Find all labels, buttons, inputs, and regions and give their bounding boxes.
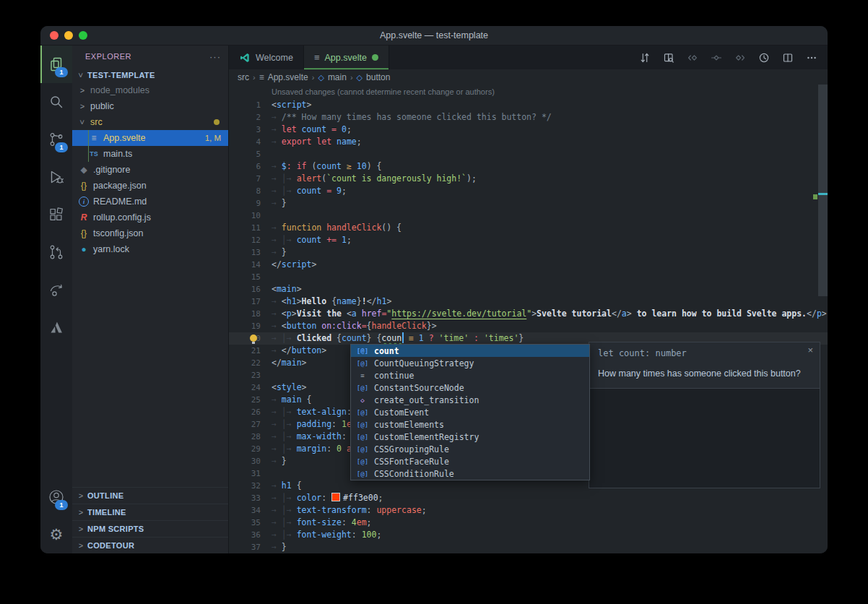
line-number: 21 <box>229 345 261 357</box>
code-line-35[interactable]: 35→ │→ font-size: 4em; <box>229 517 828 529</box>
suggest-item-CustomEvent[interactable]: [@]CustomEvent <box>351 406 589 418</box>
file-row-.gitignore[interactable]: ◆.gitignore <box>72 162 228 178</box>
panel-npm-scripts[interactable]: >NPM SCRIPTS <box>72 521 228 538</box>
suggest-item-CSSGroupingRule[interactable]: [@]CSSGroupingRule <box>351 443 589 455</box>
vscode-logo-icon <box>239 52 251 64</box>
chevron-right-icon: > <box>77 491 85 500</box>
code-line-8[interactable]: 8→ │→ count = 9; <box>229 185 828 197</box>
code-line-18[interactable]: 18→ <p>Visit the <a href="https://svelte… <box>229 308 828 320</box>
editor-scrollbar[interactable] <box>818 85 828 296</box>
code-line-37[interactable]: 37→ } <box>229 541 828 553</box>
gitlens-graph-icon[interactable] <box>639 52 651 64</box>
tab-welcome[interactable]: Welcome <box>229 46 304 69</box>
badge: 1 <box>55 67 68 77</box>
more-actions-icon[interactable] <box>806 52 817 64</box>
line-number: 17 <box>229 295 261 308</box>
activity-extensions[interactable] <box>40 196 72 233</box>
file-row-main.ts[interactable]: TSmain.ts <box>72 146 228 162</box>
folder-row-node_modules[interactable]: >node_modules <box>72 82 228 98</box>
code-line-1[interactable]: 1<script> <box>229 99 828 111</box>
activity-github-pr[interactable] <box>40 233 72 271</box>
activity-account[interactable]: 1 <box>40 478 72 516</box>
folder-row-public[interactable]: >public <box>72 98 228 114</box>
line-number: 29 <box>229 443 261 455</box>
line-number: 36 <box>229 529 261 541</box>
code-line-36[interactable]: 36→ │→ font-weight: 100; <box>229 529 828 541</box>
split-editor-icon[interactable] <box>782 52 794 64</box>
unsaved-dot-icon[interactable] <box>372 54 378 61</box>
tab-label: Welcome <box>256 53 293 63</box>
code-line-11[interactable]: 11→ function handleClick() { <box>229 222 828 234</box>
run-debug-icon <box>48 168 65 186</box>
workspace-root-row[interactable]: > TEST-TEMPLATE <box>72 67 228 82</box>
file-row-README.md[interactable]: iREADME.md <box>72 194 228 210</box>
suggest-item-customElements[interactable]: [@]customElements <box>351 418 589 431</box>
file-row-yarn.lock[interactable]: ●yarn.lock <box>72 241 228 257</box>
breadcrumb-src[interactable]: src <box>238 72 249 82</box>
breadcrumb-button[interactable]: button <box>366 72 390 82</box>
suggest-item-count[interactable]: [@]count <box>351 345 589 357</box>
keyword-kind-icon: ≡ <box>355 372 370 379</box>
code-line-33[interactable]: 33→ │→ color: #ff3e00; <box>229 492 828 504</box>
file-row-rollup.config.js[interactable]: Rrollup.config.js <box>72 210 228 225</box>
suggest-item-CSSFontFaceRule[interactable]: [@]CSSFontFaceRule <box>351 455 589 467</box>
next-change-icon[interactable] <box>734 52 746 64</box>
suggest-label: CSSGroupingRule <box>374 444 449 454</box>
breadcrumb-main[interactable]: main <box>328 72 347 82</box>
line-number: 23 <box>229 369 261 381</box>
activity-explorer[interactable]: 1 <box>40 46 72 83</box>
activity-azure[interactable] <box>40 309 72 346</box>
more-actions-icon[interactable]: ··· <box>209 51 221 62</box>
code-line-34[interactable]: 34→ │→ text-transform: uppercase; <box>229 504 828 517</box>
code-line-17[interactable]: 17→ <h1>Hello {name}!</h1> <box>229 295 828 308</box>
file-row-package.json[interactable]: {}package.json <box>72 178 228 194</box>
code-line-16[interactable]: 16<main> <box>229 283 828 295</box>
breadcrumb-file[interactable]: App.svelte <box>268 72 308 82</box>
lightbulb-icon[interactable] <box>250 335 257 342</box>
code-line-10[interactable]: 10 <box>229 210 828 222</box>
close-window-button[interactable] <box>50 31 58 40</box>
code-line-12[interactable]: 12→ │→ count += 1; <box>229 234 828 246</box>
previous-change-icon[interactable] <box>687 52 698 64</box>
svelte-file-icon: ≡ <box>88 133 100 143</box>
activity-settings[interactable]: ⚙ <box>40 516 72 553</box>
panel-outline[interactable]: >OUTLINE <box>72 488 228 504</box>
titlebar[interactable]: App.svelte — test-template <box>40 26 828 46</box>
code-line-3[interactable]: 3→ let count = 0; <box>229 124 828 136</box>
suggest-item-CSSConditionRule[interactable]: [@]CSSConditionRule <box>351 467 589 480</box>
panel-codetour[interactable]: >CODETOUR <box>72 538 228 553</box>
variable-kind-icon: [@] <box>355 458 370 465</box>
code-line-4[interactable]: 4→ export let name; <box>229 136 828 148</box>
code-line-13[interactable]: 13→ } <box>229 246 828 259</box>
suggest-item-create_out_transition[interactable]: ◇create_out_transition <box>351 394 589 406</box>
code-line-19[interactable]: 19→ <button on:click={handleClick}> <box>229 320 828 332</box>
zoom-window-button[interactable] <box>79 31 87 40</box>
file-label: public <box>90 101 114 111</box>
code-line-5[interactable]: 5 <box>229 148 828 160</box>
activity-live-share[interactable] <box>40 271 72 309</box>
open-changes-icon[interactable] <box>663 52 674 64</box>
activity-run-debug[interactable] <box>40 158 72 196</box>
panel-timeline[interactable]: >TIMELINE <box>72 504 228 521</box>
suggest-item-continue[interactable]: ≡continue <box>351 369 589 381</box>
minimize-window-button[interactable] <box>64 31 73 40</box>
file-row-tsconfig.json[interactable]: {}tsconfig.json <box>72 225 228 241</box>
current-change-icon[interactable] <box>711 52 722 64</box>
code-line-15[interactable]: 15 <box>229 271 828 283</box>
code-line-6[interactable]: 6→ $: if (count ≥ 10) { <box>229 160 828 173</box>
tab-app-svelte[interactable]: ≡ App.svelte <box>304 46 389 69</box>
code-line-7[interactable]: 7→ │→ alert(`count is dangerously high!`… <box>229 173 828 185</box>
code-line-9[interactable]: 9→ } <box>229 197 828 210</box>
folder-row-src[interactable]: >src <box>72 114 228 130</box>
line-number: 6 <box>229 160 261 173</box>
suggest-item-ConstantSourceNode[interactable]: [@]ConstantSourceNode <box>351 381 589 394</box>
activity-search[interactable] <box>40 83 72 121</box>
suggest-item-CountQueuingStrategy[interactable]: [@]CountQueuingStrategy <box>351 357 589 369</box>
code-line-2[interactable]: 2→ /** How many times has someone clicke… <box>229 111 828 124</box>
suggest-item-CustomElementRegistry[interactable]: [@]CustomElementRegistry <box>351 431 589 443</box>
activity-source-control[interactable]: 1 <box>40 121 72 158</box>
file-row-App.svelte[interactable]: ≡App.svelte1, M <box>72 130 228 146</box>
file-heatmap-clock-icon[interactable] <box>758 52 770 64</box>
code-line-14[interactable]: 14</script> <box>229 259 828 271</box>
close-icon[interactable]: × <box>807 345 813 355</box>
